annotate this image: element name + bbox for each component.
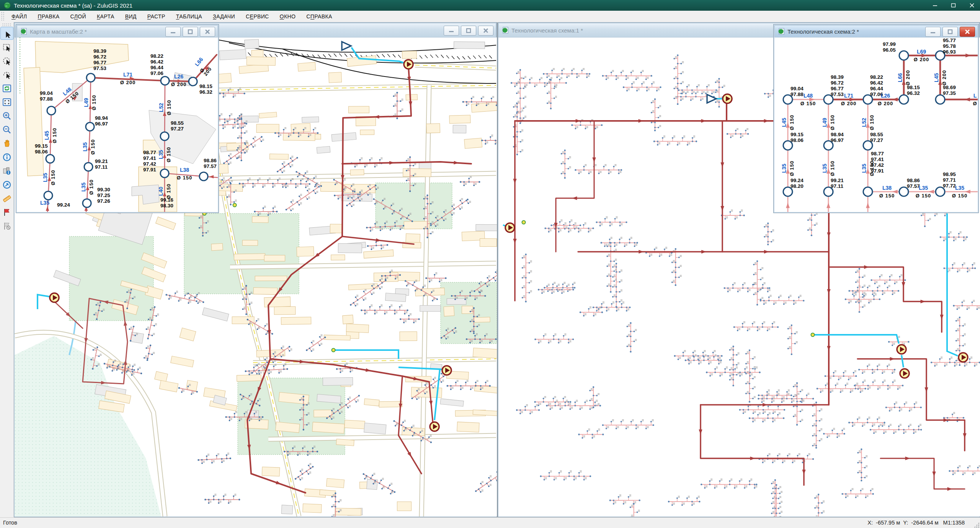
network-node[interactable] (899, 95, 908, 104)
pump-icon[interactable] (404, 60, 413, 69)
flag-tool[interactable] (0, 206, 13, 219)
menu-item-1[interactable]: ФАЙЛ (6, 11, 33, 21)
menu-item-10[interactable]: ОКНО (274, 11, 301, 21)
network-node[interactable] (863, 187, 872, 196)
map2-maximize-button[interactable] (183, 27, 198, 37)
schema2-titlebar[interactable]: Технологическая схема:2 * (774, 25, 978, 37)
network-node[interactable] (783, 141, 792, 150)
schema2-body: 97.99 96.0595.77 95.78 96.9399.04 97.889… (774, 37, 978, 212)
info-icon (2, 153, 11, 162)
menu-item-9[interactable]: СЕРВИС (240, 11, 274, 21)
zoom-extents-icon (2, 98, 11, 107)
schema2-close-button[interactable] (960, 27, 975, 37)
menubar-grip[interactable] (1, 11, 5, 21)
measure-icon (2, 194, 11, 203)
pump-icon[interactable] (50, 293, 59, 302)
pump-icon[interactable] (430, 422, 439, 431)
schema-window-2: Технологическая схема:2 * 97.99 96.0595.… (773, 24, 979, 213)
resize-grip[interactable] (974, 522, 979, 528)
network-node[interactable] (936, 187, 945, 196)
info-tool[interactable] (0, 151, 13, 164)
map2-close-button[interactable] (200, 27, 215, 37)
zoom-in-icon (2, 111, 11, 121)
network-node[interactable] (84, 163, 93, 171)
network-node[interactable] (824, 95, 833, 104)
tool-palette (0, 22, 14, 517)
map2-window-icon (20, 28, 27, 35)
rect-select-tool[interactable] (0, 41, 13, 54)
schema2-window-title: Технологическая схема:2 * (787, 28, 859, 35)
pump-icon[interactable] (505, 223, 514, 232)
ellipse-select-icon (2, 56, 11, 65)
network-node[interactable] (863, 95, 872, 104)
map1-minimize-button[interactable] (444, 26, 459, 36)
app-minimize-button[interactable] (931, 2, 939, 9)
map1-maximize-button[interactable] (461, 26, 476, 36)
measure-tool[interactable] (0, 192, 13, 205)
network-node[interactable] (936, 95, 945, 104)
menu-item-11[interactable]: СПРАВКА (301, 11, 338, 21)
network-node[interactable] (44, 191, 52, 200)
network-node[interactable] (83, 199, 91, 207)
refresh-tool[interactable] (0, 82, 13, 95)
map1-close-button[interactable] (478, 26, 493, 36)
menu-item-7[interactable]: ТАБЛИЦА (171, 11, 207, 21)
flag-clear-tool[interactable] (0, 220, 13, 233)
app-globe-icon (4, 2, 11, 9)
menu-item-8[interactable]: ЗАДАЧИ (207, 11, 240, 21)
network-node[interactable] (160, 169, 169, 178)
network-node[interactable] (899, 187, 908, 196)
network-node[interactable] (824, 187, 833, 196)
pump-icon[interactable] (723, 94, 732, 103)
map-window-2: Карта в масштабе:2 * 98.39 96.72 96.77 9… (16, 24, 219, 213)
ellipse-select-tool[interactable] (0, 54, 13, 67)
network-node[interactable] (47, 106, 56, 115)
network-node[interactable] (161, 77, 169, 85)
schema2-window-icon (778, 28, 785, 35)
network-node[interactable] (936, 51, 945, 60)
zoom-extents-tool[interactable] (0, 96, 13, 109)
map2-canvas[interactable] (17, 37, 218, 212)
menu-item-3[interactable]: СЛОЙ (65, 11, 91, 21)
zoom-in-tool[interactable] (0, 109, 13, 122)
pump-icon[interactable] (900, 369, 909, 378)
map2-titlebar[interactable]: Карта в масштабе:2 * (17, 25, 218, 37)
network-node[interactable] (899, 51, 908, 60)
network-node[interactable] (86, 122, 94, 131)
schema2-minimize-button[interactable] (925, 27, 941, 37)
network-node[interactable] (783, 187, 792, 196)
network-node[interactable] (199, 172, 208, 181)
toolbar-grip[interactable] (2, 23, 12, 26)
menu-item-5[interactable]: ВИД (120, 11, 142, 21)
object-info-icon (2, 166, 11, 176)
pan-tool[interactable] (0, 137, 13, 150)
network-node[interactable] (824, 141, 833, 150)
network-node[interactable] (46, 155, 54, 163)
network-node[interactable] (160, 132, 169, 140)
object-info-tool[interactable] (0, 165, 13, 178)
network-node[interactable] (189, 77, 197, 86)
network-node[interactable] (783, 95, 792, 104)
go-to-tool[interactable] (0, 178, 13, 191)
pump-icon[interactable] (897, 345, 906, 354)
app-maximize-button[interactable] (949, 2, 958, 9)
schema2-canvas[interactable] (774, 37, 978, 212)
map2-minimize-button[interactable] (165, 27, 181, 37)
network-node[interactable] (87, 73, 95, 82)
app-titlebar: Технологическая схема * (sa) - ZuluGIS 2… (0, 0, 980, 11)
lasso-select-tool[interactable] (0, 68, 13, 81)
rect-select-icon (2, 42, 11, 52)
menu-item-6[interactable]: РАСТР (142, 11, 171, 21)
pan-icon (2, 139, 11, 148)
network-node[interactable] (863, 141, 872, 150)
app-close-button[interactable] (968, 2, 976, 9)
pump-icon[interactable] (442, 366, 451, 375)
zoom-out-tool[interactable] (0, 123, 13, 136)
app-title: Технологическая схема * (sa) - ZuluGIS 2… (14, 2, 132, 9)
menu-item-2[interactable]: ПРАВКА (33, 11, 65, 21)
schema2-maximize-button[interactable] (942, 27, 958, 37)
menu-item-4[interactable]: КАРТА (91, 11, 120, 21)
select-tool[interactable] (0, 27, 13, 40)
pump-icon[interactable] (959, 353, 968, 362)
zulugis-app: Технологическая схема * (sa) - ZuluGIS 2… (0, 0, 980, 528)
